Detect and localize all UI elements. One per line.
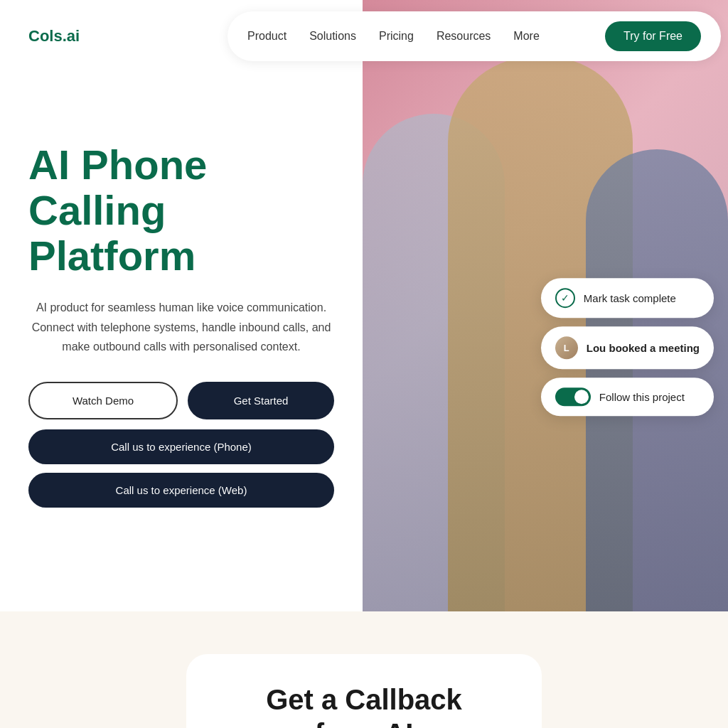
logo[interactable]: Cols.ai — [28, 27, 80, 46]
mark-task-label: Mark task complete — [584, 292, 676, 304]
nav-item-product[interactable]: Product — [247, 30, 287, 43]
call-phone-button[interactable]: Call us to experience (Phone) — [28, 429, 334, 464]
nav-item-pricing[interactable]: Pricing — [379, 30, 414, 43]
callback-title: Get a Callback from AI Agents — [243, 682, 485, 728]
nav-item-resources[interactable]: Resources — [437, 30, 491, 43]
hero-section: AI Phone Calling Platform AI product for… — [0, 0, 728, 611]
booked-meeting-card: L Lou booked a meeting — [541, 326, 714, 369]
hero-title: AI Phone Calling Platform — [28, 142, 334, 278]
follow-project-card: Follow this project — [541, 378, 714, 416]
follow-project-label: Follow this project — [599, 391, 685, 403]
follow-toggle[interactable] — [555, 387, 591, 406]
mark-task-card: ✓ Mark task complete — [541, 278, 714, 318]
booked-meeting-user: Lou — [587, 342, 606, 354]
get-started-button[interactable]: Get Started — [188, 382, 334, 419]
nav-links: Product Solutions Pricing Resources More — [247, 30, 540, 43]
hero-subtitle: AI product for seamless human like voice… — [28, 298, 334, 356]
nav-item-more[interactable]: More — [513, 30, 539, 43]
hero-right: ✓ Mark task complete L Lou booked a meet… — [363, 0, 728, 611]
booked-meeting-text: Lou booked a meeting — [587, 342, 700, 354]
booked-meeting-action: booked a meeting — [606, 342, 700, 354]
bottom-section: Get a Callback from AI Agents 💬 — [0, 611, 728, 728]
call-web-button[interactable]: Call us to experience (Web) — [28, 473, 334, 508]
callback-card: Get a Callback from AI Agents — [186, 654, 542, 728]
user-avatar: L — [555, 336, 578, 359]
floating-cards: ✓ Mark task complete L Lou booked a meet… — [541, 278, 714, 416]
watch-demo-button[interactable]: Watch Demo — [28, 382, 178, 419]
hero-buttons-row1: Watch Demo Get Started — [28, 382, 334, 419]
check-icon: ✓ — [555, 288, 575, 308]
hero-left: AI Phone Calling Platform AI product for… — [0, 0, 363, 611]
navbar: Product Solutions Pricing Resources More… — [228, 11, 721, 61]
try-for-free-button[interactable]: Try for Free — [605, 21, 701, 51]
nav-item-solutions[interactable]: Solutions — [309, 30, 356, 43]
